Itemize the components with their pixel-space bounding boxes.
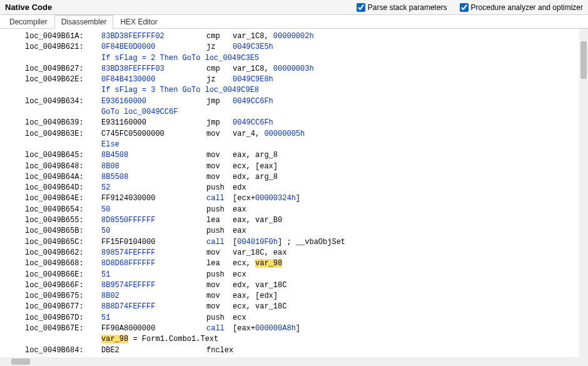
code-line[interactable]: loc_0049B67D:51pushecx: [25, 313, 588, 323]
code-operands: var_18C, eax: [233, 248, 286, 258]
code-hex: 8B9574FEFFFF: [101, 280, 206, 291]
code-line[interactable]: Else: [25, 140, 588, 150]
code-mnemonic: push: [206, 313, 233, 323]
code-hex: 0F84BE0D0000: [101, 42, 206, 53]
code-address: loc_0049B639:: [25, 118, 101, 128]
parse-stack-checkbox[interactable]: [357, 3, 365, 12]
code-mnemonic: mov: [206, 302, 233, 312]
code-operands: 0049CC6Fh: [233, 118, 273, 128]
code-mnemonic: mov: [206, 172, 233, 183]
code-operands: edx: [233, 183, 246, 193]
code-line[interactable]: loc_0049B61A:83BD38FEFFFF02cmpvar_1C8, 0…: [25, 31, 588, 42]
code-line[interactable]: loc_0049B62E:0F84B4130000jz0049C9E8h: [25, 74, 588, 85]
code-line[interactable]: loc_0049B627:83BD38FEFFFF03cmpvar_1C8, 0…: [25, 64, 588, 74]
code-operands: [004010F0h] ; __vbaObjSet: [233, 237, 345, 248]
code-line[interactable]: loc_0049B621:0F84BE0D0000jz0049C3E5h: [25, 42, 588, 53]
code-line[interactable]: loc_0049B655:8D8550FFFFFFleaeax, var_B0: [25, 215, 588, 226]
code-comment: var_98 = Form1.Combo1.Text: [25, 334, 218, 345]
parse-stack-label: Parse stack parameters: [368, 3, 447, 12]
code-operands: var_1C8, 00000003h: [233, 64, 314, 74]
header-bar: Native Code Parse stack parameters Proce…: [0, 0, 588, 15]
code-mnemonic: push: [206, 183, 233, 193]
code-mnemonic: jmp: [206, 118, 233, 128]
code-hex: 0F84B4130000: [101, 74, 206, 85]
code-hex: 8B8D74FEFFFF: [101, 302, 206, 312]
code-line[interactable]: loc_0049B65C:FF15F0104000call[004010F0h]…: [25, 237, 588, 248]
code-hex: 83BD38FEFFFF03: [101, 64, 206, 74]
code-mnemonic: push: [206, 226, 233, 236]
code-line[interactable]: loc_0049B64D:52pushedx: [25, 183, 588, 193]
code-hex: C745FC05000000: [101, 129, 206, 140]
code-line[interactable]: GoTo loc_0049CC6F: [25, 107, 588, 118]
proc-analyzer-checkbox-group[interactable]: Procedure analyzer and optimizer: [460, 3, 583, 12]
code-hex: 50: [101, 205, 206, 215]
code-address: loc_0049B62E:: [25, 74, 101, 85]
code-operands: [eax+000000A8h]: [233, 323, 300, 334]
code-line[interactable]: If sFlag = 2 Then GoTo loc_0049C3E5: [25, 53, 588, 64]
code-address: loc_0049B684:: [25, 345, 101, 356]
code-line[interactable]: loc_0049B662:898574FEFFFFmovvar_18C, eax: [25, 248, 588, 258]
code-line[interactable]: loc_0049B668:8D8D68FFFFFFleaecx, var_98: [25, 258, 588, 269]
code-line[interactable]: loc_0049B675:8B02moveax, [edx]: [25, 291, 588, 302]
proc-analyzer-checkbox[interactable]: [460, 3, 469, 12]
code-address: loc_0049B662:: [25, 248, 101, 258]
code-comment: If sFlag = 2 Then GoTo loc_0049C3E5: [25, 53, 259, 64]
code-address: loc_0049B677:: [25, 302, 101, 312]
code-mnemonic: push: [206, 205, 233, 215]
code-operands: ecx: [233, 313, 246, 323]
code-hex: 8B08: [101, 161, 206, 172]
code-operands: 0049C3E5h: [233, 42, 273, 53]
code-line[interactable]: loc_0049B648:8B08movecx, [eax]: [25, 161, 588, 172]
code-mnemonic: cmp: [206, 64, 233, 74]
code-mnemonic: jz: [206, 42, 233, 53]
tab-decompiler[interactable]: Decompiler: [3, 15, 54, 28]
code-comment: GoTo loc_0049CC6F: [25, 107, 178, 118]
code-address: loc_0049B634:: [25, 96, 101, 107]
code-address: loc_0049B655:: [25, 215, 101, 226]
code-hex: FF15F0104000: [101, 237, 206, 248]
code-mnemonic: lea: [206, 258, 233, 269]
code-address: loc_0049B61A:: [25, 31, 101, 42]
code-address: loc_0049B64E:: [25, 193, 101, 204]
code-address: loc_0049B64D:: [25, 183, 101, 193]
code-line[interactable]: loc_0049B64A:8B5508movedx, arg_8: [25, 172, 588, 183]
code-address: loc_0049B645:: [25, 150, 101, 161]
code-mnemonic: mov: [206, 291, 233, 302]
code-hex: 83BD38FEFFFF02: [101, 31, 206, 42]
code-mnemonic: lea: [206, 215, 233, 226]
tab-disassembler[interactable]: Disassembler: [54, 15, 114, 29]
code-operands: var_4, 00000005h: [233, 129, 305, 140]
code-address: loc_0049B67D:: [25, 313, 101, 323]
tab-hex-editor[interactable]: HEX Editor: [113, 15, 164, 28]
code-hex: FF90A8000000: [101, 323, 206, 334]
code-hex: 8D8550FFFFFF: [101, 215, 206, 226]
code-mnemonic: mov: [206, 150, 233, 161]
code-line[interactable]: loc_0049B67E:FF90A8000000call[eax+000000…: [25, 323, 588, 334]
code-line[interactable]: loc_0049B654:50pusheax: [25, 205, 588, 215]
code-line[interactable]: loc_0049B639:E931160000jmp0049CC6Fh: [25, 118, 588, 128]
vertical-scrollbar-thumb[interactable]: [580, 41, 587, 79]
horizontal-scrollbar-thumb[interactable]: [11, 358, 30, 365]
disassembly-view[interactable]: loc_0049B61A:83BD38FEFFFF02cmpvar_1C8, 0…: [0, 29, 588, 366]
code-line[interactable]: loc_0049B65B:50pusheax: [25, 226, 588, 236]
parse-stack-checkbox-group[interactable]: Parse stack parameters: [357, 3, 447, 12]
code-mnemonic: jmp: [206, 96, 233, 107]
code-address: loc_0049B654:: [25, 205, 101, 215]
code-line[interactable]: loc_0049B66F:8B9574FEFFFFmovedx, var_18C: [25, 280, 588, 291]
code-line[interactable]: If sFlag = 3 Then GoTo loc_0049C9E8: [25, 85, 588, 96]
code-line[interactable]: loc_0049B677:8B8D74FEFFFFmovecx, var_18C: [25, 302, 588, 312]
code-line[interactable]: loc_0049B645:8B4508moveax, arg_8: [25, 150, 588, 161]
code-mnemonic: mov: [206, 129, 233, 140]
code-operands: eax: [233, 205, 246, 215]
code-line[interactable]: var_98 = Form1.Combo1.Text: [25, 334, 588, 345]
horizontal-scrollbar[interactable]: [0, 357, 579, 366]
code-line[interactable]: loc_0049B634:E936160000jmp0049CC6Fh: [25, 96, 588, 107]
code-mnemonic: call: [206, 237, 233, 248]
code-address: loc_0049B627:: [25, 64, 101, 74]
code-line[interactable]: loc_0049B66E:51pushecx: [25, 270, 588, 280]
code-line[interactable]: loc_0049B684:DBE2fnclex: [25, 345, 588, 356]
code-mnemonic: mov: [206, 280, 233, 291]
code-line[interactable]: loc_0049B64E:FF9124030000call[ecx+000003…: [25, 193, 588, 204]
vertical-scrollbar[interactable]: [579, 29, 588, 366]
code-line[interactable]: loc_0049B63E:C745FC05000000movvar_4, 000…: [25, 129, 588, 140]
